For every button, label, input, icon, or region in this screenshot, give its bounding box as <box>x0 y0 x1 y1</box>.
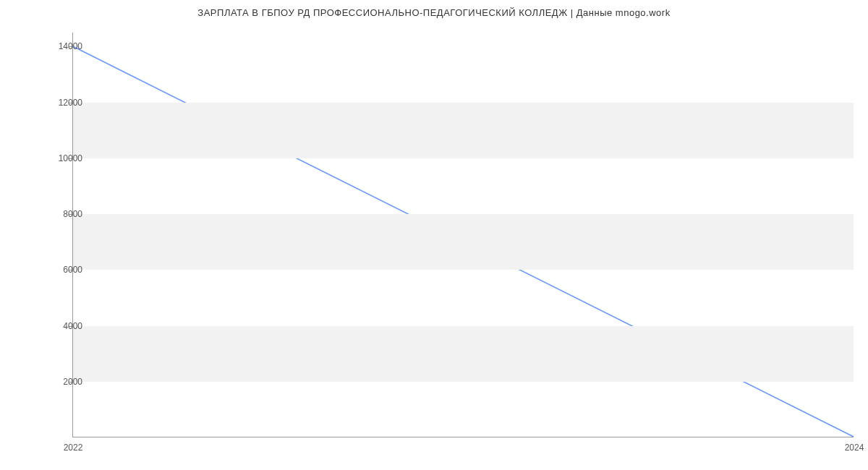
y-tick-label: 6000 <box>39 265 82 275</box>
chart-title: ЗАРПЛАТА В ГБПОУ РД ПРОФЕССИОНАЛЬНО-ПЕДА… <box>0 7 868 18</box>
y-tick-label: 2000 <box>39 377 82 387</box>
grid-band <box>73 214 854 270</box>
y-tick-label: 12000 <box>39 98 82 108</box>
x-tick-label: 2024 <box>845 443 864 453</box>
chart-container: ЗАРПЛАТА В ГБПОУ РД ПРОФЕССИОНАЛЬНО-ПЕДА… <box>0 0 868 470</box>
y-tick-label: 8000 <box>39 209 82 219</box>
y-tick-label: 14000 <box>39 41 82 51</box>
x-tick-label: 2022 <box>64 443 83 453</box>
grid-band <box>73 103 854 158</box>
y-tick-label: 10000 <box>39 153 82 163</box>
y-tick-label: 4000 <box>39 321 82 331</box>
grid-band <box>73 326 854 382</box>
plot-area: 20222024 <box>72 33 854 437</box>
